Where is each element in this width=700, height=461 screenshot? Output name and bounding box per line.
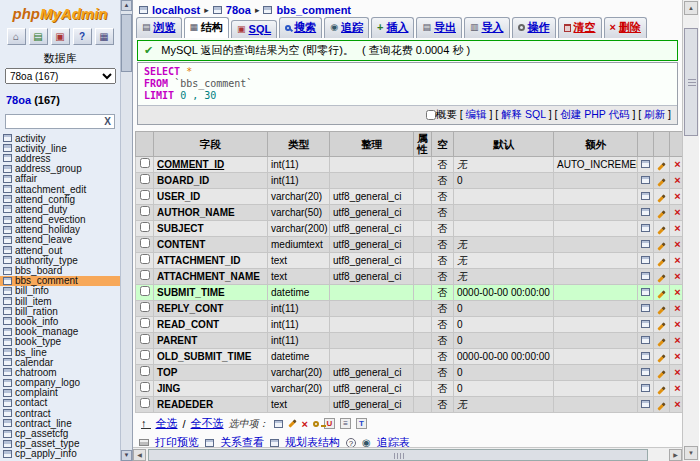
drop-field-icon[interactable]: × bbox=[670, 365, 683, 381]
tab-operations[interactable]: 操作 bbox=[512, 17, 556, 38]
sidebar-table-chatroom[interactable]: chatroom bbox=[0, 367, 120, 377]
sidebar-table-attend_duty[interactable]: attend_duty bbox=[0, 204, 120, 214]
sidebar-table-attend_leave[interactable]: attend_leave bbox=[0, 235, 120, 245]
sidebar-table-attend_out[interactable]: attend_out bbox=[0, 245, 120, 255]
refresh-link[interactable]: 刷新 bbox=[644, 108, 665, 120]
browse-distinct-icon[interactable] bbox=[641, 240, 650, 248]
drop-field-icon[interactable]: × bbox=[674, 190, 680, 202]
sidebar-table-attend_holiday[interactable]: attend_holiday bbox=[0, 225, 120, 235]
sidebar-table-cp_asset_type[interactable]: cp_asset_type bbox=[0, 439, 120, 449]
browse-distinct-icon[interactable] bbox=[641, 272, 650, 280]
drop-field-icon[interactable]: × bbox=[674, 302, 680, 314]
drop-field-icon[interactable]: × bbox=[670, 205, 683, 221]
index-icon[interactable]: ≡ bbox=[340, 418, 351, 429]
change-field-icon[interactable] bbox=[657, 242, 665, 250]
drop-field-icon[interactable]: × bbox=[674, 382, 680, 394]
row-checkbox-cell[interactable] bbox=[136, 317, 154, 333]
sidebar-table-bs_line[interactable]: bs_line bbox=[0, 347, 120, 357]
sidebar-table-bill_item[interactable]: bill_item bbox=[0, 296, 120, 306]
tab-import[interactable]: ▥导入 bbox=[464, 17, 510, 38]
sidebar-table-bill_info[interactable]: bill_info bbox=[0, 286, 120, 296]
change-field-icon[interactable] bbox=[654, 285, 670, 301]
browse-distinct-icon[interactable] bbox=[638, 365, 654, 381]
scroll-down-icon[interactable]: ▼ bbox=[684, 446, 698, 460]
row-checkbox[interactable] bbox=[140, 190, 150, 200]
browse-distinct-icon[interactable] bbox=[641, 224, 650, 232]
browse-distinct-icon[interactable] bbox=[641, 304, 650, 312]
browse-distinct-icon[interactable] bbox=[638, 349, 654, 365]
row-checkbox-cell[interactable] bbox=[136, 365, 154, 381]
row-checkbox[interactable] bbox=[140, 286, 150, 296]
tab-insert[interactable]: +插入 bbox=[371, 17, 414, 38]
settings-icon[interactable]: ▦ bbox=[95, 28, 114, 45]
drop-field-icon[interactable]: × bbox=[670, 349, 683, 365]
drop-field-icon[interactable]: × bbox=[674, 206, 680, 218]
breadcrumb-table[interactable]: bbs_comment bbox=[276, 4, 351, 16]
scroll-right-icon[interactable]: ▶ bbox=[669, 449, 682, 461]
row-checkbox[interactable] bbox=[140, 238, 150, 248]
row-checkbox-cell[interactable] bbox=[136, 205, 154, 221]
tab-export[interactable]: ▤导出 bbox=[416, 17, 462, 38]
change-field-icon[interactable] bbox=[654, 237, 670, 253]
sidebar-table-cp_assetcfg[interactable]: cp_assetcfg bbox=[0, 428, 120, 438]
scroll-up-icon[interactable]: ▲ bbox=[684, 1, 698, 15]
change-field-icon[interactable] bbox=[654, 173, 670, 189]
sidebar-table-bbs_board[interactable]: bbs_board bbox=[0, 265, 120, 275]
sidebar-table-contract[interactable]: contract bbox=[0, 408, 120, 418]
tab-search[interactable]: 搜索 bbox=[279, 17, 322, 38]
row-checkbox-cell[interactable] bbox=[136, 157, 154, 173]
vertical-scroll-thumb[interactable] bbox=[684, 28, 698, 136]
change-field-icon[interactable] bbox=[657, 354, 665, 362]
drop-field-icon[interactable]: × bbox=[670, 269, 683, 285]
browse-distinct-icon[interactable] bbox=[638, 301, 654, 317]
tab-structure[interactable]: ▦结构 bbox=[184, 17, 230, 38]
uncheck-all-link[interactable]: 全不选 bbox=[191, 416, 224, 431]
sidebar-scroll-thumb[interactable] bbox=[121, 14, 132, 72]
change-field-icon[interactable] bbox=[654, 205, 670, 221]
sidebar-table-cp_apply_info[interactable]: cp_apply_info bbox=[0, 449, 120, 459]
tab-drop[interactable]: ×删除 bbox=[604, 17, 647, 38]
edit-query-link[interactable]: 编辑 bbox=[466, 108, 487, 120]
check-all-link[interactable]: 全选 bbox=[156, 416, 178, 431]
change-field-icon[interactable] bbox=[657, 226, 665, 234]
browse-distinct-icon[interactable] bbox=[638, 189, 654, 205]
sidebar-table-attend_evection[interactable]: attend_evection bbox=[0, 215, 120, 225]
vertical-scrollbar[interactable]: ▲ ▼ bbox=[682, 0, 699, 461]
row-checkbox[interactable] bbox=[140, 318, 150, 328]
row-checkbox[interactable] bbox=[140, 398, 150, 408]
row-checkbox-cell[interactable] bbox=[136, 253, 154, 269]
row-checkbox-cell[interactable] bbox=[136, 397, 154, 413]
change-field-icon[interactable] bbox=[654, 157, 670, 173]
sidebar-table-bbs_comment[interactable]: bbs_comment bbox=[0, 276, 120, 286]
row-checkbox[interactable] bbox=[140, 270, 150, 280]
scroll-up-icon[interactable]: ▲ bbox=[121, 0, 132, 11]
clear-filter-icon[interactable]: X bbox=[101, 116, 114, 127]
primary-key-icon[interactable] bbox=[313, 421, 319, 427]
change-field-icon[interactable] bbox=[654, 269, 670, 285]
sidebar-table-book_manage[interactable]: book_manage bbox=[0, 327, 120, 337]
browse-distinct-icon[interactable] bbox=[641, 160, 650, 168]
table-filter-input[interactable] bbox=[6, 116, 101, 128]
browse-distinct-icon[interactable] bbox=[638, 221, 654, 237]
sidebar-table-bill_ration[interactable]: bill_ration bbox=[0, 306, 120, 316]
sidebar-table-activity[interactable]: activity bbox=[0, 133, 120, 143]
browse-distinct-icon[interactable] bbox=[641, 256, 650, 264]
row-checkbox-cell[interactable] bbox=[136, 285, 154, 301]
row-checkbox-cell[interactable] bbox=[136, 269, 154, 285]
change-field-icon[interactable] bbox=[654, 189, 670, 205]
tab-empty[interactable]: 清空 bbox=[558, 17, 602, 38]
browse-distinct-icon[interactable] bbox=[638, 237, 654, 253]
row-checkbox-cell[interactable] bbox=[136, 189, 154, 205]
drop-field-icon[interactable]: × bbox=[674, 366, 680, 378]
browse-selected-icon[interactable] bbox=[274, 420, 283, 428]
change-field-icon[interactable] bbox=[657, 178, 665, 186]
row-checkbox-cell[interactable] bbox=[136, 221, 154, 237]
row-checkbox-cell[interactable] bbox=[136, 381, 154, 397]
drop-field-icon[interactable]: × bbox=[670, 317, 683, 333]
breadcrumb-database[interactable]: 78oa bbox=[226, 4, 251, 16]
create-php-link[interactable]: 创建 PHP 代码 bbox=[560, 108, 629, 120]
docs-icon[interactable]: ? bbox=[73, 28, 92, 45]
browse-distinct-icon[interactable] bbox=[638, 397, 654, 413]
browse-distinct-icon[interactable] bbox=[641, 368, 650, 376]
sidebar-table-authority_type[interactable]: authority_type bbox=[0, 255, 120, 265]
